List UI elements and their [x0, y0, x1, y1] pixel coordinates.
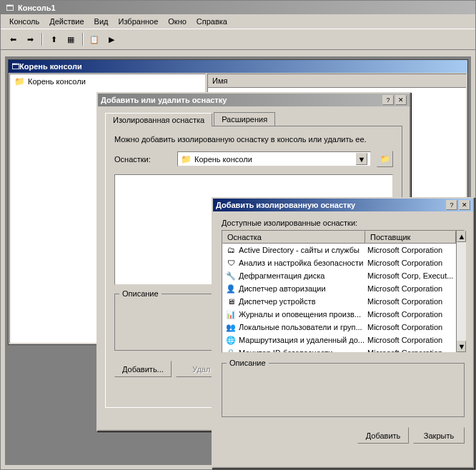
available-label: Доступные изолированные оснастки:: [222, 219, 465, 227]
menu-favorites[interactable]: Избранное: [114, 16, 163, 27]
snapin-name: Диспетчер авторизации: [239, 284, 367, 293]
show-hide-tree-button[interactable]: ▦: [63, 31, 79, 47]
description-legend: Описание: [227, 359, 269, 367]
snapin-vendor: Microsoft Corp, Execut...: [367, 271, 453, 280]
toolbar-separator: [82, 33, 83, 46]
main-menubar: Консоль Действие Вид Избранное Окно Спра…: [1, 14, 475, 29]
snapin-icon: 🛡: [225, 257, 237, 269]
properties-button[interactable]: 📋: [86, 31, 102, 47]
menu-action[interactable]: Действие: [45, 16, 88, 27]
column-headers: Оснастка Поставщик: [222, 231, 456, 244]
dlg1-tabs: Изолированная оснастка Расширения: [98, 106, 410, 126]
dlg1-title: Добавить или удалить оснастку: [101, 96, 381, 104]
dlg2-titlebar: Добавить изолированную оснастку ? ✕: [213, 199, 473, 211]
snapin-row[interactable]: 👥Локальные пользователи и груп...Microso…: [222, 321, 456, 334]
dlg1-titlebar: Добавить или удалить оснастку ? ✕: [98, 94, 410, 106]
snapin-icon: 🗂: [225, 244, 237, 256]
inner-title: Корень консоли: [19, 62, 465, 71]
add-standalone-snapin-dialog: Добавить изолированную оснастку ? ✕ Дост…: [212, 197, 475, 469]
dlg1-description: Можно добавить изолированную оснастку в …: [114, 135, 393, 144]
snapin-name: Дефрагментация диска: [239, 271, 367, 280]
snapin-name: Active Directory - сайты и службы: [239, 246, 367, 254]
dlg2-buttons: Добавить Закрыть: [222, 427, 465, 444]
menu-console[interactable]: Консоль: [5, 16, 44, 27]
folder-icon: [181, 154, 192, 164]
scroll-up-button[interactable]: ▲: [457, 231, 466, 242]
main-titlebar: 🗔 Консоль1: [1, 1, 475, 14]
snapin-icon: 🌐: [225, 334, 237, 346]
snapin-vendor: Microsoft Corporation: [367, 323, 453, 331]
snapin-name: Локальные пользователи и груп...: [239, 323, 367, 331]
menu-help[interactable]: Справка: [192, 16, 232, 27]
snapin-name: Диспетчер устройств: [239, 297, 367, 306]
snapin-icon: 🔒: [225, 347, 237, 352]
tab-standalone[interactable]: Изолированная оснастка: [105, 113, 212, 126]
snapin-row[interactable]: 🔒Монитор IP-безопасностиMicrosoft Corpor…: [222, 346, 456, 352]
up-button[interactable]: ⬆: [46, 31, 61, 47]
inner-titlebar: 🗔 Корень консоли: [9, 60, 467, 73]
toolbar-separator: [41, 33, 42, 46]
scroll-track[interactable]: [457, 242, 466, 341]
snapin-icon: 🔧: [225, 270, 237, 281]
forward-button[interactable]: ➡: [22, 31, 38, 47]
snapins-row: Оснастки: Корень консоли ▼ 📁: [114, 151, 393, 167]
snapin-icon: 👥: [225, 321, 237, 333]
snapin-icon: 🖥: [225, 296, 237, 307]
close-button[interactable]: Закрыть: [413, 427, 465, 444]
vertical-scrollbar[interactable]: ▲ ▼: [456, 231, 466, 352]
back-button[interactable]: ⬅: [5, 31, 21, 47]
snapin-row[interactable]: 🗂Active Directory - сайты и службыMicros…: [222, 244, 456, 256]
main-title: Консоль1: [18, 4, 472, 12]
snapin-vendor: Microsoft Corporation: [367, 259, 453, 267]
snapin-vendor: Microsoft Corporation: [367, 246, 453, 254]
description-legend: Описание: [119, 289, 162, 298]
snapin-row[interactable]: 🖥Диспетчер устройствMicrosoft Corporatio…: [222, 295, 456, 308]
app-icon: 🗔: [4, 2, 15, 14]
snapin-vendor: Microsoft Corporation: [367, 310, 453, 319]
snapin-row[interactable]: 📊Журналы и оповещения произв...Microsoft…: [222, 308, 456, 321]
snapin-row[interactable]: 👤Диспетчер авторизацииMicrosoft Corporat…: [222, 282, 456, 295]
available-snapins-list: Оснастка Поставщик 🗂Active Directory - с…: [222, 230, 465, 353]
snapin-vendor: Microsoft Corporation: [367, 349, 453, 352]
dlg2-title: Добавить изолированную оснастку: [216, 201, 445, 209]
snapin-icon: 📊: [225, 309, 237, 320]
scroll-down-button[interactable]: ▼: [457, 341, 466, 352]
tree-root-item[interactable]: Корень консоли: [10, 74, 205, 89]
snapin-icon: 👤: [225, 283, 237, 294]
console-icon: 🗔: [11, 62, 19, 71]
snapin-row[interactable]: 🛡Анализ и настройка безопасностиMicrosof…: [222, 256, 456, 269]
snapin-name: Монитор IP-безопасности: [239, 349, 367, 352]
help-button[interactable]: ?: [382, 95, 394, 105]
close-button[interactable]: ✕: [395, 95, 407, 105]
dlg2-body: Доступные изолированные оснастки: Оснаст…: [213, 211, 473, 451]
add-button[interactable]: Добавить...: [114, 361, 172, 377]
col-vendor[interactable]: Поставщик: [365, 231, 456, 244]
snapin-rows[interactable]: 🗂Active Directory - сайты и службыMicros…: [222, 244, 456, 352]
col-snapin[interactable]: Оснастка: [222, 231, 365, 244]
snapins-label: Оснастки:: [114, 155, 172, 164]
main-toolbar: ⬅ ➡ ⬆ ▦ 📋 ▶: [1, 29, 475, 50]
dropdown-value: Корень консоли: [194, 155, 356, 164]
list-column-name[interactable]: Имя: [208, 74, 466, 88]
snapin-name: Анализ и настройка безопасности: [239, 259, 367, 267]
add-button[interactable]: Добавить: [357, 427, 409, 444]
snapin-vendor: Microsoft Corporation: [367, 284, 453, 293]
help-button[interactable]: ?: [446, 200, 457, 210]
menu-window[interactable]: Окно: [164, 16, 191, 27]
browse-button[interactable]: 📁: [377, 151, 393, 167]
tree-root-label: Корень консоли: [28, 77, 86, 86]
snapin-name: Журналы и оповещения произв...: [239, 310, 367, 319]
folder-icon: [14, 76, 25, 86]
snapin-vendor: Microsoft Corporation: [367, 336, 453, 344]
close-button[interactable]: ✕: [459, 200, 470, 210]
dropdown-arrow-icon[interactable]: ▼: [356, 153, 367, 165]
snapins-dropdown[interactable]: Корень консоли ▼: [177, 151, 371, 166]
tab-extensions[interactable]: Расширения: [214, 112, 275, 126]
snapin-name: Маршрутизация и удаленный до...: [239, 336, 367, 344]
snapin-vendor: Microsoft Corporation: [367, 297, 453, 306]
description-fieldset: Описание: [222, 363, 465, 417]
menu-view[interactable]: Вид: [90, 16, 113, 27]
export-button[interactable]: ▶: [104, 31, 119, 47]
snapin-row[interactable]: 🌐Маршрутизация и удаленный до...Microsof…: [222, 334, 456, 346]
snapin-row[interactable]: 🔧Дефрагментация дискаMicrosoft Corp, Exe…: [222, 269, 456, 282]
